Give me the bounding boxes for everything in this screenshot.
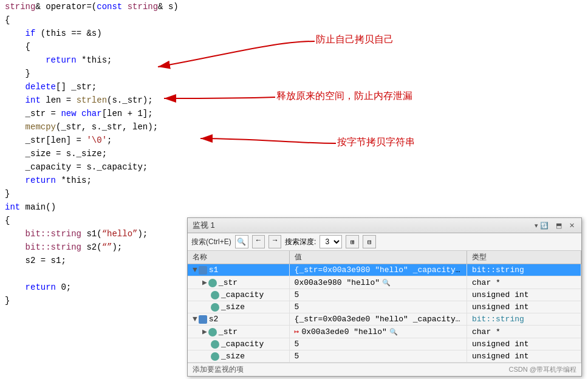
- code-line: string& operator=(const string& s): [0, 0, 588, 13]
- obj-icon: [199, 315, 207, 324]
- watch-dock-btn[interactable]: ⬒: [554, 221, 564, 230]
- expand-icon[interactable]: ▶: [202, 278, 207, 287]
- row-type: char *: [472, 327, 501, 336]
- nav-back-btn[interactable]: ←: [252, 235, 265, 248]
- code-line: _str[len] = '\0';: [0, 134, 588, 147]
- row-value: 0x00a3e980 "hello": [295, 278, 380, 287]
- code-line: _str = new char[len + 1];: [0, 107, 588, 120]
- table-row[interactable]: _capacity5unsigned int: [188, 289, 581, 301]
- field-icon: [208, 279, 217, 287]
- code-line: {: [0, 40, 588, 53]
- row-name: s1: [209, 265, 219, 275]
- code-line: int main(): [0, 200, 588, 214]
- row-name: s2: [209, 315, 219, 324]
- magnify-icon[interactable]: 🔍: [382, 279, 391, 287]
- watch-toolbar: 搜索(Ctrl+E) 🔍 ← → 搜索深度: 3 1 2 4 5 ⊞ ⊟: [188, 233, 581, 251]
- row-name: _size: [221, 352, 245, 361]
- table-row[interactable]: _size5unsigned int: [188, 350, 581, 363]
- row-value: 5: [295, 352, 299, 361]
- add-watch-label[interactable]: 添加要监视的项: [193, 364, 244, 375]
- watch-table[interactable]: 名称 值 类型 ▼s1{_str=0x00a3e980 "hello" _cap…: [188, 251, 581, 363]
- watch-pin-btn[interactable]: ▾ 🔃: [533, 221, 550, 230]
- field-icon: [211, 303, 219, 312]
- row-name: _str: [219, 327, 238, 336]
- row-value: {_str=0x00a3e980 "hello" _capacity=5 _..…: [295, 265, 467, 275]
- table-row[interactable]: _size5unsigned int: [188, 301, 581, 313]
- row-type: unsigned int: [472, 302, 529, 312]
- annotation-1: 防止自己拷贝自己: [316, 33, 394, 46]
- row-value: 5: [295, 302, 299, 312]
- expand-icon[interactable]: ▼: [193, 265, 197, 275]
- brand-label: CSDN @带耳机学编程: [509, 365, 576, 374]
- depth-select[interactable]: 3 1 2 4 5: [320, 235, 342, 248]
- row-value: 5: [295, 340, 299, 349]
- expand-icon[interactable]: ▼: [193, 315, 197, 324]
- toolbar-filter-icon[interactable]: ⊞: [346, 235, 359, 248]
- watch-title: 监视 1: [193, 220, 215, 231]
- table-row[interactable]: ▼s1{_str=0x00a3e980 "hello" _capacity=5 …: [188, 264, 581, 276]
- toolbar-grid-icon[interactable]: ⊟: [363, 235, 376, 248]
- table-row[interactable]: ▼s2{_str=0x00a3ede0 "hello" _capacity=5 …: [188, 313, 581, 326]
- row-type: unsigned int: [472, 352, 529, 361]
- table-row[interactable]: _capacity5unsigned int: [188, 338, 581, 350]
- row-type: char *: [472, 278, 501, 287]
- nav-forward-btn[interactable]: →: [268, 235, 281, 248]
- code-line: {: [0, 13, 588, 27]
- watch-close-btn[interactable]: ✕: [567, 221, 576, 230]
- code-line: }: [0, 187, 588, 200]
- code-line: if (this == &s): [0, 27, 588, 40]
- row-name: _capacity: [221, 290, 264, 299]
- col-type: 类型: [467, 251, 581, 264]
- annotation-3: 按字节拷贝字符串: [337, 136, 415, 149]
- watch-footer: 添加要监视的项 CSDN @带耳机学编程: [188, 363, 581, 376]
- field-icon: [211, 291, 219, 299]
- row-value: 0x00a3ede0 "hello": [301, 327, 386, 336]
- row-type: bit::string: [472, 265, 524, 275]
- watch-titlebar: 监视 1 ▾ 🔃 ⬒ ✕: [188, 218, 581, 233]
- code-line: }: [0, 67, 588, 80]
- annotation-2: 释放原来的空间，防止内存泄漏: [276, 90, 412, 103]
- row-name: _str: [219, 278, 238, 287]
- row-name: _size: [221, 302, 245, 312]
- col-name: 名称: [188, 251, 289, 264]
- magnify-icon[interactable]: 🔍: [389, 329, 398, 336]
- field-icon: [211, 340, 219, 349]
- col-value: 值: [289, 251, 467, 264]
- search-icon-btn[interactable]: 🔍: [235, 235, 248, 248]
- row-type: unsigned int: [472, 340, 529, 349]
- code-line: memcpy(_str, s._str, len);: [0, 120, 588, 134]
- row-value: 5: [295, 290, 299, 299]
- row-type: unsigned int: [472, 290, 529, 299]
- expand-icon[interactable]: ▶: [202, 327, 207, 336]
- field-icon: [208, 328, 217, 336]
- value-arrow: ↦: [295, 327, 299, 336]
- depth-label: 搜索深度:: [285, 237, 316, 247]
- table-row[interactable]: ▶_str↦0x00a3ede0 "hello"🔍char *: [188, 326, 581, 338]
- code-line: return *this;: [0, 53, 588, 67]
- code-line: return *this;: [0, 174, 588, 187]
- row-value: {_str=0x00a3ede0 "hello" _capacity=5 _..…: [295, 315, 467, 324]
- row-name: _capacity: [221, 340, 264, 349]
- table-row[interactable]: ▶_str0x00a3e980 "hello"🔍char *: [188, 276, 581, 289]
- watch-window: 监视 1 ▾ 🔃 ⬒ ✕ 搜索(Ctrl+E) 🔍 ← → 搜索深度: 3 1 …: [187, 217, 582, 377]
- row-type: bit::string: [472, 315, 524, 324]
- obj-icon: [199, 266, 207, 275]
- code-line: _size = s._size;: [0, 147, 588, 160]
- field-icon: [211, 352, 219, 361]
- search-label: 搜索(Ctrl+E): [191, 237, 231, 247]
- code-line: _capacity = s._capacity;: [0, 160, 588, 174]
